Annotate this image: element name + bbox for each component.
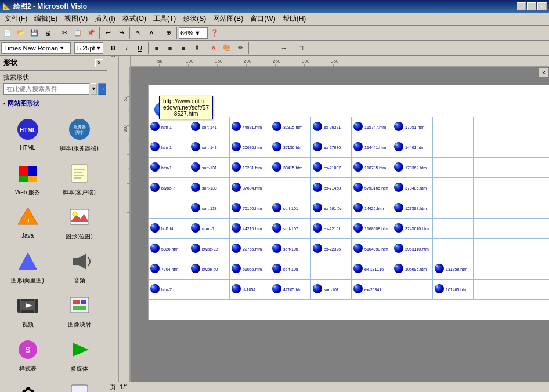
canvas-cell-2-6[interactable]: 179362.htm (392, 158, 433, 177)
print-button[interactable]: 🖨 (41, 27, 54, 39)
canvas-cell-1-4[interactable]: ex-27636 (311, 137, 352, 157)
canvas-cell-0-1[interactable]: sort-141 (189, 117, 230, 137)
canvas-cell-1-2[interactable]: 20695.htm (230, 137, 270, 157)
italic-button[interactable]: I (120, 42, 133, 55)
canvas-cell-6-0[interactable]: 5326.htm (149, 239, 189, 259)
canvas-cell-2-2[interactable]: 10281.htm (230, 158, 270, 177)
menu-format[interactable]: 格式(O) (119, 13, 150, 25)
canvas-cell-5-7[interactable] (433, 219, 474, 238)
shape-web-service[interactable]: Web 服务 (2, 157, 53, 199)
menu-shapes[interactable]: 形状(S) (179, 13, 210, 25)
align-left[interactable]: ≡ (150, 42, 163, 55)
canvas-cell-3-0[interactable]: ptype-7 (149, 178, 189, 198)
shadow[interactable]: ◻ (294, 42, 307, 55)
canvas-cell-4-6[interactable]: 127598.htm (392, 198, 433, 218)
canvas-cell-4-5[interactable]: 14426.htm (352, 198, 392, 218)
shape-bitmap[interactable]: 图形(位图) (54, 201, 104, 244)
font-size-dropdown[interactable]: 5.25pt ▼ (74, 42, 103, 54)
canvas-cell-7-4[interactable] (311, 259, 352, 279)
canvas-cell-0-7[interactable] (433, 117, 474, 137)
canvas-cell-7-5[interactable]: ex-131116 (352, 259, 392, 279)
copy-button[interactable]: 📋 (71, 27, 84, 39)
shape-html[interactable]: HTML HTML (2, 112, 53, 155)
shape-category[interactable]: ▪ 网站图形状 (0, 97, 107, 110)
canvas-container[interactable]: GXI网 http://www.onlin edown.net/soft/57 (131, 67, 549, 382)
shape-xml[interactable]: </> XML (54, 377, 104, 392)
line-dash[interactable]: - - (264, 42, 277, 55)
canvas-cell-8-6[interactable] (392, 280, 433, 299)
canvas-cell-2-5[interactable]: 110785.htm (352, 158, 392, 177)
menu-help[interactable]: 帮助(H) (279, 13, 310, 25)
text-button[interactable]: A (145, 27, 158, 39)
canvas-cell-3-1[interactable]: sort-133 (189, 178, 230, 198)
line-weight[interactable]: — (251, 42, 263, 55)
canvas-cell-5-5[interactable]: 1168008.htm (352, 219, 392, 238)
canvas-cell-5-1[interactable]: rt-url-5 (189, 219, 230, 238)
menu-edit[interactable]: 编辑(E) (31, 13, 61, 25)
canvas-cell-2-7[interactable] (433, 158, 474, 177)
connect-button[interactable]: ⊕ (162, 27, 175, 39)
minimize-button[interactable]: _ (517, 2, 526, 10)
menu-insert[interactable]: 插入(I) (91, 13, 118, 25)
canvas-cell-1-6[interactable]: 14461.htm (392, 137, 433, 157)
canvas-cell-2-1[interactable]: sort-131 (189, 158, 230, 177)
line-spacing[interactable]: ⇕ (190, 42, 203, 55)
paste-button[interactable]: 📌 (85, 27, 97, 39)
shape-imagemap[interactable]: 图像映射 (54, 289, 104, 332)
canvas-cell-1-1[interactable]: sort-143 (189, 137, 230, 157)
redo-button[interactable]: ↪ (115, 27, 128, 39)
canvas-cell-7-3[interactable]: sort-108 (270, 259, 311, 279)
canvas-cell-8-0[interactable]: htm-7c (149, 280, 189, 299)
search-go-button[interactable]: → (98, 83, 106, 95)
canvas-cell-6-7[interactable] (433, 239, 474, 259)
shape-audio[interactable]: 音频 (54, 245, 104, 288)
font-color[interactable]: A (207, 42, 220, 55)
canvas-cell-4-7[interactable] (433, 198, 474, 218)
canvas-cell-6-1[interactable]: ptype-32 (189, 239, 230, 259)
bold-button[interactable]: B (107, 42, 120, 55)
canvas-cell-6-5[interactable]: 5104090.htm (352, 239, 392, 259)
cut-button[interactable]: ✂ (58, 27, 71, 39)
canvas-cell-0-6[interactable]: 17051.htm (392, 117, 433, 137)
maximize-button[interactable]: □ (527, 2, 536, 10)
shape-client-script[interactable]: 脚本(客户端) (54, 157, 104, 199)
canvas-cell-0-2[interactable]: 44831.htm (230, 117, 270, 137)
canvas-cell-7-1[interactable]: ptype-50 (189, 259, 230, 279)
canvas-cell-5-0[interactable]: bcl1.htm (149, 219, 189, 238)
canvas-cell-3-5[interactable]: 5793165.htm (352, 178, 392, 198)
search-dropdown-button[interactable]: ▼ (91, 83, 97, 95)
menu-file[interactable]: 文件(F) (1, 13, 31, 25)
canvas-cell-0-4[interactable]: ex-26391 (311, 117, 352, 137)
underline-button[interactable]: U (133, 42, 146, 55)
canvas-cell-1-5[interactable]: 114441.htm (352, 137, 392, 157)
canvas-cell-0-3[interactable]: 32315.htm (270, 117, 311, 137)
canvas-cell-8-4[interactable]: sort-101 (311, 280, 352, 299)
zoom-dropdown[interactable]: 66% ▼ (179, 27, 208, 39)
shape-server-script[interactable]: 服务器 脚本 脚本(服务器端) (54, 112, 104, 155)
canvas-cell-5-6[interactable]: 3245610.htm (392, 219, 433, 238)
font-name-dropdown[interactable]: Times New Roman ▼ (1, 42, 71, 54)
canvas-cell-4-1[interactable]: sort-138 (189, 198, 230, 218)
canvas-cell-2-3[interactable]: 33415.htm (270, 158, 311, 177)
canvas-cell-1-7[interactable] (433, 137, 474, 157)
drawing-area[interactable]: http://www.onlin edown.net/soft/57 8527.… (148, 85, 549, 320)
title-controls[interactable]: _ □ × (517, 2, 547, 10)
menu-tools[interactable]: 工具(T) (150, 13, 179, 25)
canvas-cell-3-6[interactable]: 370485.htm (392, 178, 433, 198)
line-arrow[interactable]: → (277, 42, 290, 55)
align-right[interactable]: ≡ (177, 42, 190, 55)
canvas-cell-0-0[interactable]: htm-1 (149, 117, 189, 137)
shape-plugin[interactable]: ✿ 插件 (2, 377, 53, 392)
canvas-cell-6-4[interactable]: ex-22326 (311, 239, 352, 259)
help-button[interactable]: ❓ (208, 27, 221, 39)
canvas-cell-7-2[interactable]: 61066.htm (230, 259, 270, 279)
canvas-cell-6-3[interactable]: sort-108 (270, 239, 311, 259)
shape-stylesheet[interactable]: S 样式表 (2, 333, 53, 376)
canvas-cell-8-5[interactable]: ex-26341 (352, 280, 392, 299)
canvas-cell-3-3[interactable] (270, 178, 311, 198)
canvas-cell-8-2[interactable]: rt-1054 (230, 280, 270, 299)
canvas-cell-6-6[interactable]: 3963110.htm (392, 239, 433, 259)
canvas-cell-1-3[interactable]: 37156.htm (270, 137, 311, 157)
canvas-cell-0-5[interactable]: 115747.htm (352, 117, 392, 137)
canvas-cell-4-3[interactable]: sort-101 (270, 198, 311, 218)
